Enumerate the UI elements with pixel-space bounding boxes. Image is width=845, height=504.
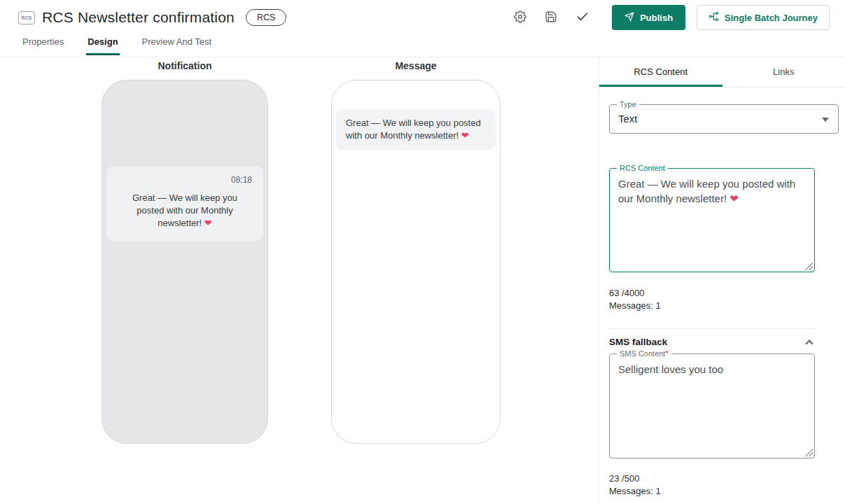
- notification-column-title: Notification: [102, 60, 268, 71]
- tab-preview-and-test[interactable]: Preview And Test: [141, 35, 213, 55]
- header: RCS RCS Newsletter confirmation RCS Publ…: [0, 0, 845, 57]
- settings-button[interactable]: [511, 8, 529, 28]
- check-icon: [575, 10, 589, 26]
- resize-handle[interactable]: [805, 449, 813, 456]
- journey-label: Single Batch Journey: [725, 13, 818, 23]
- rcs-app-icon: RCS: [18, 11, 35, 24]
- sms-fallback-header[interactable]: SMS fallback: [609, 337, 815, 347]
- validate-button[interactable]: [573, 7, 592, 29]
- main-area: Notification 08:18 Great — We will keep …: [0, 57, 845, 504]
- message-phone-mockup: Great — We will keep you posted with our…: [331, 80, 501, 444]
- rcs-content-label: RCS Content: [617, 164, 668, 173]
- sms-char-counter: 23 /500: [609, 472, 815, 485]
- send-icon: [624, 12, 634, 24]
- sms-fallback-section: SMS fallback SMS Content* Selligent love…: [609, 328, 815, 498]
- save-button[interactable]: [542, 8, 560, 28]
- type-select[interactable]: Type Text: [609, 104, 839, 134]
- message-preview-column: Message Great — We will keep you posted …: [331, 60, 501, 444]
- header-title-row: RCS RCS Newsletter confirmation RCS Publ…: [0, 0, 845, 35]
- gear-icon: [514, 10, 526, 25]
- notification-message-text: Great — We will keep you posted with our…: [118, 192, 252, 230]
- sms-content-label: SMS Content*: [617, 349, 671, 358]
- resize-handle[interactable]: [805, 262, 813, 270]
- panel-tab-bar: RCS Content Links: [599, 57, 845, 88]
- sms-fallback-title: SMS fallback: [609, 337, 667, 347]
- notification-phone-mockup: 08:18 Great — We will keep you posted wi…: [102, 80, 268, 444]
- journey-icon: [708, 11, 719, 24]
- panel-body: Type Text RCS Content Great — We will ke…: [599, 88, 845, 498]
- publish-button[interactable]: Publish: [612, 5, 685, 30]
- sms-counter-block: 23 /500 Messages: 1: [609, 472, 815, 498]
- tab-properties[interactable]: Properties: [21, 35, 65, 55]
- chevron-down-icon: [822, 118, 829, 122]
- page-title: RCS Newsletter confirmation: [42, 9, 235, 26]
- notification-card: 08:18 Great — We will keep you posted wi…: [106, 166, 263, 241]
- sms-message-count: Messages: 1: [609, 485, 815, 498]
- rcs-content-value: Great — We will keep you posted with our…: [610, 169, 814, 214]
- rcs-message-count: Messages: 1: [609, 300, 837, 312]
- design-canvas: Notification 08:18 Great — We will keep …: [0, 57, 599, 504]
- message-bubble: Great — We will keep you posted with our…: [336, 109, 496, 150]
- sms-content-textarea[interactable]: SMS Content* Selligent loves you too: [609, 354, 815, 458]
- tab-rcs-content[interactable]: RCS Content: [599, 57, 722, 87]
- content-panel: RCS Content Links Type Text RCS Content …: [599, 57, 845, 504]
- publish-label: Publish: [640, 13, 673, 23]
- rcs-char-counter: 63 /4000: [609, 287, 837, 300]
- rcs-counter-block: 63 /4000 Messages: 1: [609, 287, 837, 312]
- channel-badge: RCS: [246, 9, 286, 26]
- tab-design[interactable]: Design: [86, 35, 119, 55]
- notification-preview-column: Notification 08:18 Great — We will keep …: [102, 60, 268, 444]
- sms-content-value: Selligent loves you too: [610, 354, 814, 384]
- required-marker: *: [665, 349, 668, 358]
- chevron-up-icon: [805, 340, 813, 347]
- type-select-label: Type: [617, 100, 639, 109]
- heart-icon: ❤: [461, 130, 469, 141]
- notification-time: 08:18: [118, 175, 252, 185]
- main-tab-bar: Properties Design Preview And Test: [0, 35, 845, 57]
- tab-links[interactable]: Links: [722, 57, 845, 87]
- type-select-value: Text: [610, 105, 838, 133]
- heart-icon: ❤: [729, 192, 739, 204]
- message-column-title: Message: [331, 60, 501, 71]
- single-batch-journey-button[interactable]: Single Batch Journey: [697, 5, 830, 30]
- rcs-content-textarea[interactable]: RCS Content Great — We will keep you pos…: [609, 168, 815, 272]
- heart-icon: ❤: [204, 218, 212, 228]
- save-icon: [545, 10, 557, 25]
